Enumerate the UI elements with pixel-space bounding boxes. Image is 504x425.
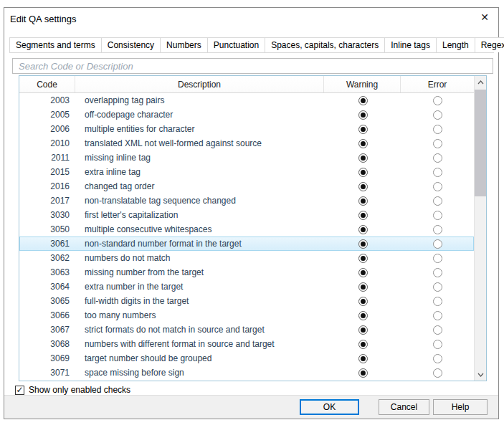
code-cell: 3068 bbox=[20, 339, 76, 349]
table-row[interactable]: 3062numbers do not match bbox=[19, 251, 474, 265]
column-header-code[interactable]: Code bbox=[19, 76, 75, 92]
warning-radio[interactable] bbox=[358, 110, 368, 120]
error-radio[interactable] bbox=[433, 225, 442, 234]
tab-punctuation[interactable]: Punctuation bbox=[207, 37, 265, 52]
error-radio[interactable] bbox=[433, 168, 442, 177]
error-cell bbox=[401, 182, 473, 191]
error-radio[interactable] bbox=[433, 354, 442, 363]
warning-radio[interactable] bbox=[358, 153, 368, 163]
ok-button[interactable]: OK bbox=[300, 399, 359, 415]
table-row[interactable]: 2016changed tag order bbox=[19, 179, 474, 194]
table-row[interactable]: 2017non-translatable tag sequence change… bbox=[19, 194, 474, 208]
tab-length[interactable]: Length bbox=[436, 37, 475, 52]
table-row[interactable]: 2011missing inline tag bbox=[19, 151, 474, 165]
search-input[interactable] bbox=[12, 58, 493, 74]
table-row[interactable]: 2005off-codepage character bbox=[19, 108, 474, 122]
error-radio[interactable] bbox=[433, 196, 442, 206]
error-radio[interactable] bbox=[433, 340, 442, 349]
error-radio[interactable] bbox=[433, 282, 442, 292]
tab-inline-tags[interactable]: Inline tags bbox=[384, 37, 437, 52]
close-icon[interactable]: ✕ bbox=[474, 8, 495, 27]
warning-cell bbox=[325, 311, 401, 320]
cancel-button[interactable]: Cancel bbox=[379, 399, 429, 415]
column-header-description[interactable]: Description bbox=[75, 76, 324, 92]
tab-segments-and-terms[interactable]: Segments and terms bbox=[9, 37, 102, 52]
warning-radio[interactable] bbox=[358, 168, 368, 177]
table-body: 2003overlapping tag pairs2005off-codepag… bbox=[19, 93, 474, 381]
vertical-scrollbar[interactable] bbox=[474, 76, 486, 381]
warning-radio[interactable] bbox=[358, 368, 368, 378]
code-cell: 2010 bbox=[20, 138, 76, 148]
tab-regex[interactable]: Regex bbox=[475, 37, 504, 52]
warning-radio[interactable] bbox=[358, 239, 368, 249]
error-radio[interactable] bbox=[433, 211, 442, 220]
warning-radio[interactable] bbox=[358, 297, 368, 306]
description-cell: space missing before sign bbox=[76, 368, 325, 378]
error-radio[interactable] bbox=[433, 139, 442, 148]
error-radio[interactable] bbox=[433, 297, 442, 306]
warning-radio[interactable] bbox=[358, 182, 368, 191]
warning-radio[interactable] bbox=[358, 325, 368, 335]
chevron-down-icon[interactable] bbox=[475, 368, 487, 381]
error-radio[interactable] bbox=[433, 125, 442, 134]
warning-radio[interactable] bbox=[358, 225, 368, 234]
error-radio[interactable] bbox=[433, 311, 442, 320]
error-radio[interactable] bbox=[433, 153, 442, 163]
error-radio[interactable] bbox=[433, 268, 442, 277]
table-row[interactable]: 3069target number should be grouped bbox=[19, 351, 474, 366]
show-only-enabled-checkbox[interactable]: ✓ bbox=[15, 386, 24, 395]
error-radio[interactable] bbox=[433, 96, 442, 105]
warning-radio[interactable] bbox=[358, 125, 368, 134]
warning-radio[interactable] bbox=[358, 354, 368, 363]
table-row[interactable]: 3061non-standard number format in the ta… bbox=[19, 237, 474, 251]
code-cell: 3061 bbox=[20, 239, 76, 249]
error-radio[interactable] bbox=[433, 368, 442, 378]
warning-cell bbox=[325, 225, 401, 234]
table-row[interactable]: 3068numbers with different format in sou… bbox=[19, 337, 474, 351]
warning-radio[interactable] bbox=[358, 254, 368, 263]
table-row[interactable]: 3071space missing before sign bbox=[19, 366, 474, 380]
warning-radio[interactable] bbox=[358, 211, 368, 220]
table-row[interactable]: 3064extra number in the target bbox=[19, 280, 474, 294]
table-row[interactable]: 3050multiple consecutive whitespaces bbox=[19, 222, 474, 237]
error-radio[interactable] bbox=[433, 110, 442, 120]
help-button[interactable]: Help bbox=[433, 399, 488, 415]
code-cell: 3063 bbox=[20, 267, 76, 277]
error-cell bbox=[401, 211, 473, 220]
warning-radio[interactable] bbox=[358, 139, 368, 148]
table-row[interactable]: 2015extra inline tag bbox=[19, 165, 474, 179]
error-radio[interactable] bbox=[433, 239, 442, 249]
description-cell: extra inline tag bbox=[76, 167, 325, 177]
tab-numbers[interactable]: Numbers bbox=[160, 37, 208, 52]
warning-radio[interactable] bbox=[358, 268, 368, 277]
table-row[interactable]: 2003overlapping tag pairs bbox=[19, 93, 474, 108]
tab-consistency[interactable]: Consistency bbox=[101, 37, 161, 52]
error-radio[interactable] bbox=[433, 325, 442, 335]
column-header-warning[interactable]: Warning bbox=[324, 76, 401, 92]
title-bar: Edit QA settings ✕ bbox=[4, 8, 498, 32]
warning-radio[interactable] bbox=[358, 311, 368, 320]
table-row[interactable]: 3030first letter's capitalization bbox=[19, 208, 474, 222]
table-row[interactable]: 2010translated XML not well-formed again… bbox=[19, 136, 474, 151]
chevron-up-icon[interactable] bbox=[475, 76, 487, 88]
table-row[interactable]: 3067strict formats do not match in sourc… bbox=[19, 323, 474, 337]
warning-radio[interactable] bbox=[358, 340, 368, 349]
column-header-error[interactable]: Error bbox=[401, 76, 474, 92]
warning-cell bbox=[325, 196, 401, 206]
scrollbar-thumb[interactable] bbox=[475, 90, 487, 196]
table-row[interactable]: 3066too many numbers bbox=[19, 308, 474, 323]
error-cell bbox=[401, 196, 473, 206]
code-cell: 3069 bbox=[20, 353, 76, 363]
description-cell: numbers do not match bbox=[76, 253, 325, 263]
table-row[interactable]: 3065full-width digits in the target bbox=[19, 294, 474, 308]
code-cell: 2005 bbox=[20, 110, 76, 120]
warning-radio[interactable] bbox=[358, 196, 368, 206]
error-radio[interactable] bbox=[433, 182, 442, 191]
table-row[interactable]: 2006multiple entities for character bbox=[19, 122, 474, 136]
tab-spaces-capitals-characters[interactable]: Spaces, capitals, characters bbox=[265, 37, 385, 52]
warning-radio[interactable] bbox=[358, 282, 368, 292]
table-row[interactable]: 3063missing number from the target bbox=[19, 265, 474, 280]
error-radio[interactable] bbox=[433, 254, 442, 263]
description-cell: multiple consecutive whitespaces bbox=[76, 224, 325, 234]
warning-radio[interactable] bbox=[358, 96, 368, 105]
